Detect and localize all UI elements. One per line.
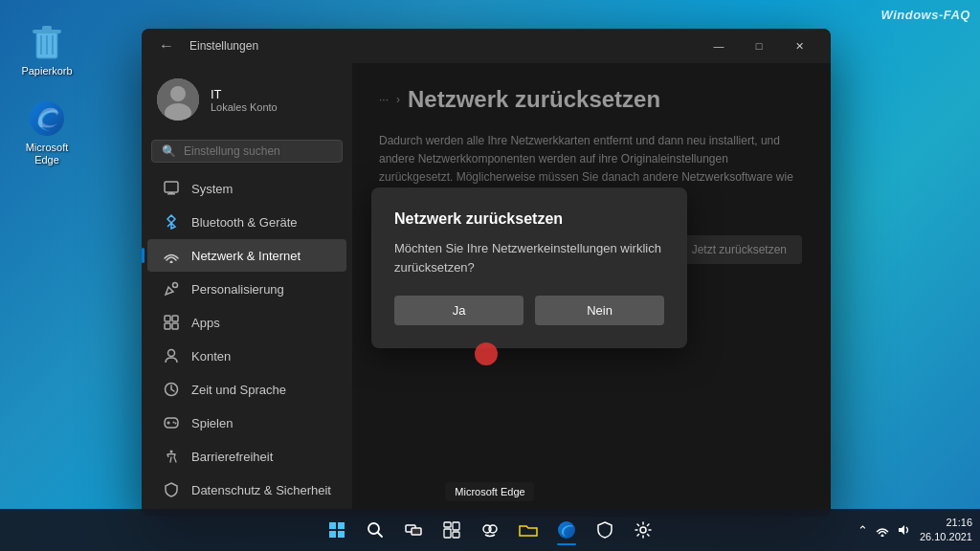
svg-rect-27 xyxy=(338,531,345,538)
maximize-button[interactable]: □ xyxy=(739,31,779,61)
title-bar: ← Einstellungen — □ ✕ xyxy=(142,29,831,63)
svg-point-37 xyxy=(489,525,497,533)
personalization-icon xyxy=(163,280,180,298)
sidebar-item-system[interactable]: System xyxy=(147,172,346,205)
svg-rect-34 xyxy=(444,529,451,538)
network-icon xyxy=(163,247,180,264)
window-controls: — □ ✕ xyxy=(699,31,819,61)
time-display: 21:16 xyxy=(920,516,972,530)
date-display: 26.10.2021 xyxy=(920,530,972,544)
desktop-icon-papierkorb[interactable]: Papierkorb xyxy=(13,19,80,81)
sidebar: IT Lokales Konto 🔍 System xyxy=(142,63,352,517)
apps-icon xyxy=(163,314,180,331)
svg-rect-26 xyxy=(329,531,336,538)
taskbar-right: ⌃ 21:16 26.10.2021 xyxy=(856,516,972,545)
taskbar-shield-button[interactable] xyxy=(588,513,622,547)
minimize-button[interactable]: — xyxy=(699,31,739,61)
task-view-button[interactable] xyxy=(396,513,431,547)
svg-rect-2 xyxy=(42,26,52,31)
gaming-label: Spielen xyxy=(191,416,233,430)
sidebar-item-apps[interactable]: Apps xyxy=(147,306,346,339)
dialog-overlay: Netzwerk zurücksetzen Möchten Sie Ihre N… xyxy=(352,63,831,517)
privacy-icon xyxy=(163,481,180,498)
svg-line-29 xyxy=(378,533,383,538)
ja-button[interactable]: Ja xyxy=(394,296,523,325)
search-input[interactable] xyxy=(184,144,332,158)
clock[interactable]: 21:16 26.10.2021 xyxy=(920,516,972,545)
svg-point-38 xyxy=(558,521,575,539)
svg-point-19 xyxy=(168,350,175,357)
svg-point-21 xyxy=(173,422,175,424)
svg-rect-18 xyxy=(172,323,178,329)
svg-point-8 xyxy=(170,86,186,101)
dialog-message: Möchten Sie Ihre Netzwerkeinstellungen w… xyxy=(394,239,664,276)
close-button[interactable]: ✕ xyxy=(779,31,819,61)
system-tray: ⌃ xyxy=(856,521,912,540)
system-label: System xyxy=(191,182,233,196)
confirm-dialog: Netzwerk zurücksetzen Möchten Sie Ihre N… xyxy=(371,187,687,348)
tray-network[interactable] xyxy=(874,521,891,539)
sidebar-item-privacy[interactable]: Datenschutz & Sicherheit xyxy=(147,474,346,506)
chat-button[interactable] xyxy=(473,513,507,547)
svg-rect-12 xyxy=(169,192,173,194)
start-button[interactable] xyxy=(320,513,354,547)
svg-rect-10 xyxy=(165,182,178,192)
accounts-label: Konten xyxy=(191,349,231,364)
svg-rect-33 xyxy=(453,522,459,530)
recycle-bin-icon xyxy=(28,23,66,61)
search-icon: 🔍 xyxy=(162,144,176,158)
sidebar-item-network[interactable]: Netzwerk & Internet xyxy=(147,239,346,272)
svg-point-23 xyxy=(170,451,173,453)
privacy-label: Datenschutz & Sicherheit xyxy=(191,483,331,497)
apps-label: Apps xyxy=(191,316,220,330)
papierkorb-label: Papierkorb xyxy=(21,65,72,77)
network-label: Netzwerk & Internet xyxy=(191,249,301,263)
window-title: Einstellungen xyxy=(189,39,699,53)
tray-volume[interactable] xyxy=(895,521,912,539)
svg-point-40 xyxy=(880,535,883,538)
back-button[interactable]: ← xyxy=(153,35,180,56)
svg-rect-25 xyxy=(338,522,345,529)
watermark-text: Windows-FAQ xyxy=(881,8,971,22)
bluetooth-icon xyxy=(163,213,180,231)
dialog-title: Netzwerk zurücksetzen xyxy=(394,210,664,228)
sidebar-item-gaming[interactable]: Spielen xyxy=(147,407,346,439)
svg-rect-16 xyxy=(172,316,178,321)
desktop: Windows-FAQ Papierkorb xyxy=(0,0,980,551)
tray-chevron[interactable]: ⌃ xyxy=(856,521,870,540)
search-box[interactable]: 🔍 xyxy=(151,140,343,163)
sidebar-item-time[interactable]: Zeit und Sprache xyxy=(147,373,346,406)
edge-label: Microsoft Edge xyxy=(17,142,77,166)
widgets-button[interactable] xyxy=(434,513,469,547)
desktop-icon-edge[interactable]: Microsoft Edge xyxy=(13,96,80,170)
sidebar-item-accessibility[interactable]: Barrierefreiheit xyxy=(147,440,346,473)
bluetooth-label: Bluetooth & Geräte xyxy=(191,215,298,230)
personalization-label: Personalisierung xyxy=(191,282,284,297)
svg-rect-15 xyxy=(165,316,170,321)
explorer-button[interactable] xyxy=(511,513,546,547)
taskbar-settings-button[interactable] xyxy=(626,513,660,547)
accessibility-label: Barrierefreiheit xyxy=(191,450,273,464)
svg-point-14 xyxy=(173,283,178,288)
svg-rect-32 xyxy=(444,522,451,527)
dialog-buttons: Ja Nein xyxy=(394,296,664,325)
user-info: IT Lokales Konto xyxy=(211,87,278,113)
user-name: IT xyxy=(211,87,278,101)
sidebar-item-bluetooth[interactable]: Bluetooth & Geräte xyxy=(147,206,346,238)
nein-button[interactable]: Nein xyxy=(535,296,664,325)
taskbar: ⌃ 21:16 26.10.2021 xyxy=(0,509,980,551)
time-label: Zeit und Sprache xyxy=(191,383,286,397)
svg-rect-35 xyxy=(453,532,459,538)
svg-point-22 xyxy=(175,423,177,425)
sidebar-item-personalization[interactable]: Personalisierung xyxy=(147,273,346,305)
svg-point-39 xyxy=(640,527,646,533)
sidebar-item-accounts[interactable]: Konten xyxy=(147,340,346,372)
gaming-icon xyxy=(163,414,180,431)
taskbar-edge-button[interactable] xyxy=(549,513,584,547)
edge-icon xyxy=(28,99,66,138)
taskbar-search-button[interactable] xyxy=(358,513,392,547)
main-content: ··· › Netzwerk zurücksetzen Dadurch werd… xyxy=(352,63,831,517)
system-icon xyxy=(163,180,180,197)
user-profile[interactable]: IT Lokales Konto xyxy=(142,71,352,136)
svg-rect-24 xyxy=(329,522,336,529)
